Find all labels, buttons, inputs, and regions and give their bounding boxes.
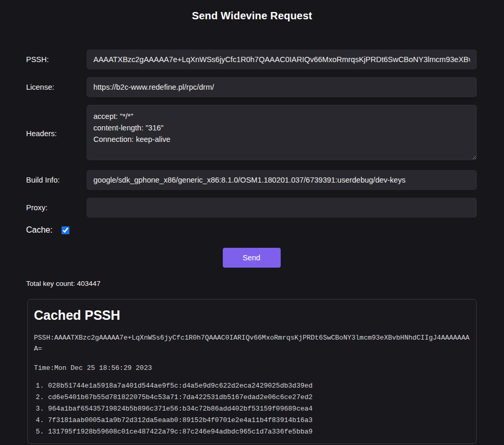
build-info-label: Build Info: xyxy=(26,176,87,184)
headers-textarea[interactable]: accept: "*/*" content-length: "316" Conn… xyxy=(87,105,477,160)
pssh-input[interactable] xyxy=(87,50,477,69)
key-item: 028b51744e1a5918a7a401d544ae9f5c:d4a5e9d… xyxy=(48,381,470,391)
widevine-request-form: PSSH: License: Headers: accept: "*/*" co… xyxy=(26,50,477,268)
cached-pssh-heading: Cached PSSH xyxy=(34,308,470,323)
pssh-row: PSSH: xyxy=(26,50,477,69)
cache-label: Cache: xyxy=(26,225,53,235)
key-item: 964a1baf65435719824b5b896c371e56:b34c72b… xyxy=(48,404,470,414)
proxy-row: Proxy: xyxy=(26,198,477,218)
cached-time: Time:Mon Dec 25 18:56:29 2023 xyxy=(34,363,470,373)
build-info-input[interactable] xyxy=(87,170,477,190)
key-item: 7f3181aab0005a1a9b72d312da5eaab0:89152b4… xyxy=(48,415,470,425)
license-label: License: xyxy=(26,83,87,91)
send-row: Send xyxy=(26,248,477,268)
cache-row: Cache: xyxy=(26,225,477,235)
proxy-input[interactable] xyxy=(87,198,477,218)
total-key-count: Total key count: 403447 xyxy=(26,280,504,287)
license-input[interactable] xyxy=(87,77,477,97)
cached-keys-list: 028b51744e1a5918a7a401d544ae9f5c:d4a5e9d… xyxy=(34,381,470,437)
license-row: License: xyxy=(26,77,477,97)
send-button[interactable]: Send xyxy=(223,248,281,268)
cache-checkbox[interactable] xyxy=(62,226,69,234)
build-info-row: Build Info: xyxy=(26,170,477,190)
cached-pssh-value: PSSH:AAAATXBzc2gAAAAA7e+LqXnWSs6jyCfc1R0… xyxy=(34,332,470,354)
key-item: 131795f1928b59608c01ce487422a79c:87c246e… xyxy=(48,427,470,437)
proxy-label: Proxy: xyxy=(26,203,87,212)
headers-row: Headers: accept: "*/*" content-length: "… xyxy=(26,105,477,162)
pssh-label: PSSH: xyxy=(26,55,87,64)
cached-pssh-card: Cached PSSH PSSH:AAAATXBzc2gAAAAA7e+LqXn… xyxy=(27,299,477,444)
headers-label: Headers: xyxy=(26,129,87,138)
key-item: cd6e5401b67b55d781822075b4c53a71:7da4225… xyxy=(48,392,470,402)
page-title: Send Widevine Request xyxy=(0,0,504,22)
